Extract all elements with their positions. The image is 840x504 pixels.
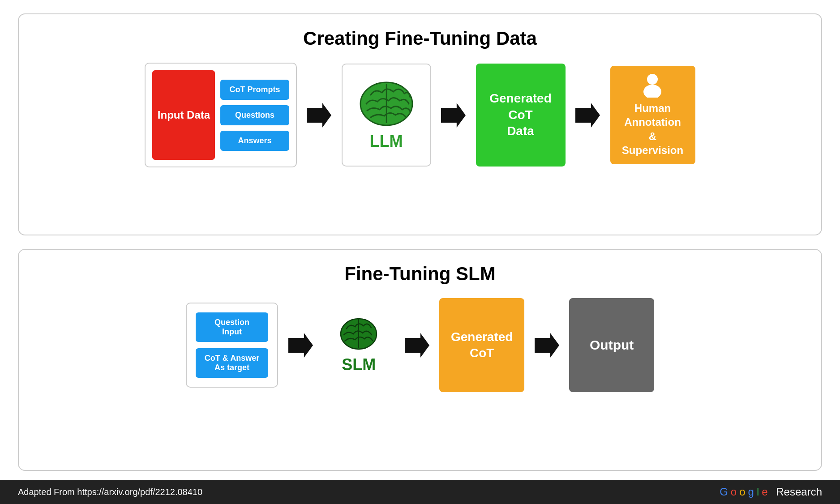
arrow-6	[533, 332, 560, 359]
slm-label: SLM	[342, 355, 376, 374]
svg-marker-11	[535, 333, 559, 358]
diagram2-box: Fine-Tuning SLM QuestionInput CoT & Answ…	[18, 249, 822, 471]
svg-point-6	[643, 85, 661, 98]
slm-input-container: QuestionInput CoT & AnswerAs target	[186, 303, 278, 388]
diagram2-title: Fine-Tuning SLM	[344, 263, 495, 285]
cot-prompts-button: CoT Prompts	[220, 80, 289, 100]
question-input-button: QuestionInput	[196, 312, 268, 342]
google-g2: g	[748, 486, 754, 498]
generated-cot-label: GeneratedCoT	[451, 329, 513, 362]
google-research-logo: Google Research	[720, 486, 822, 498]
input-data-box: Input Data	[152, 70, 215, 160]
arrow-4	[287, 332, 314, 359]
arrow-2	[440, 102, 467, 128]
google-l: l	[757, 486, 759, 498]
input-buttons: CoT Prompts Questions Answers	[220, 80, 289, 151]
llm-box: LLM	[342, 64, 431, 167]
research-text: Research	[776, 486, 822, 498]
answers-button: Answers	[220, 131, 289, 151]
generated-cot-box: GeneratedCoT	[439, 298, 524, 392]
diagram1-box: Creating Fine-Tuning Data Input Data CoT…	[18, 13, 822, 235]
arrow-1	[306, 102, 333, 128]
main-content: Creating Fine-Tuning Data Input Data CoT…	[0, 0, 840, 480]
footer: Adapted From https://arxiv.org/pdf/2212.…	[0, 480, 840, 504]
generated-cot-data-label: GeneratedCoTData	[489, 90, 552, 139]
diagram1-flow: Input Data CoT Prompts Questions Answers	[145, 63, 695, 167]
google-o2: o	[739, 486, 745, 498]
human-icon	[640, 73, 665, 98]
llm-label: LLM	[370, 132, 403, 151]
svg-point-5	[647, 74, 658, 85]
arrow-3	[574, 102, 601, 128]
arrow-5	[403, 332, 430, 359]
diagram1-title: Creating Fine-Tuning Data	[303, 28, 537, 49]
google-e: e	[762, 486, 767, 498]
llm-brain-icon	[357, 79, 416, 128]
input-data-container: Input Data CoT Prompts Questions Answers	[145, 63, 296, 167]
slm-brain-icon	[339, 316, 379, 352]
svg-marker-0	[307, 103, 331, 128]
google-o1: o	[731, 486, 737, 498]
output-box: Output	[569, 298, 654, 392]
slm-brain-box: SLM	[323, 316, 394, 374]
google-g: G	[720, 486, 728, 498]
svg-marker-4	[575, 103, 600, 128]
questions-button: Questions	[220, 105, 289, 125]
human-annotation-box: HumanAnnotation&Supervision	[610, 66, 695, 164]
attribution-text: Adapted From https://arxiv.org/pdf/2212.…	[18, 487, 202, 497]
svg-marker-7	[288, 333, 313, 358]
generated-cot-data-box: GeneratedCoTData	[476, 64, 566, 167]
cot-answer-target-button: CoT & AnswerAs target	[196, 348, 268, 378]
svg-marker-10	[405, 333, 429, 358]
svg-marker-3	[441, 103, 466, 128]
human-annotation-label: HumanAnnotation&Supervision	[622, 101, 683, 157]
diagram2-flow: QuestionInput CoT & AnswerAs target SL	[186, 298, 654, 392]
